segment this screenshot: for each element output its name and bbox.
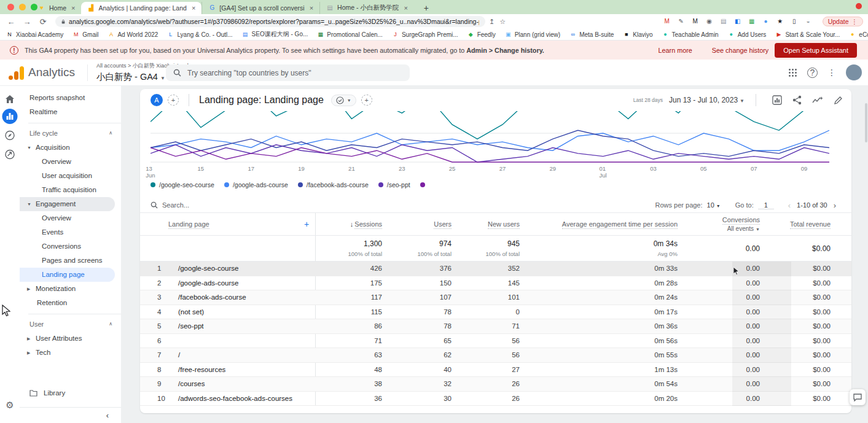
bookmark-seo-go[interactable]: ▤SEO课程大纲 - Go...	[242, 30, 308, 39]
pen-extension-icon[interactable]: ✎	[677, 18, 686, 25]
bookmark-gmail[interactable]: MGmail	[72, 31, 98, 38]
bookmark-klaviyo[interactable]: ■Klaviyo	[623, 31, 652, 38]
tab-close-icon[interactable]: ×	[190, 4, 197, 12]
collapse-section-icon[interactable]: ∧	[109, 126, 112, 141]
home-icon[interactable]	[5, 95, 15, 104]
legend-item-facebook-ads-course[interactable]: /facebook-ads-course	[298, 181, 369, 188]
previous-page-button[interactable]: ‹	[786, 201, 792, 210]
table-row-1[interactable]: 1/google-seo-course4263763520m 33s0.00$0…	[140, 262, 851, 276]
chrome-update-button[interactable]: Update ⋮	[823, 17, 863, 26]
sidebar-item-monetization[interactable]: ▶Monetization	[20, 282, 121, 296]
doc-extension-icon[interactable]: ▤	[719, 18, 728, 25]
table-row-4[interactable]: 4(not set)1157800m 17s0.00$0.00	[140, 305, 851, 320]
edit-report-icon[interactable]	[834, 96, 843, 105]
table-row-5[interactable]: 5/seo-ppt8678710m 36s0.00$0.00	[140, 319, 851, 334]
bookmark-start-scale-your[interactable]: ▶Start & Scale Your...	[775, 31, 840, 38]
add-comparison-button[interactable]: +	[168, 95, 179, 106]
blue-extension-icon[interactable]: ◧	[733, 18, 742, 25]
browser-tab-ga4-set-up-a-scroll-conversi[interactable]: G[GA4] Set up a scroll conversi×	[201, 2, 319, 14]
goto-page-input[interactable]: 1	[758, 201, 774, 209]
forward-button[interactable]: →	[21, 17, 33, 26]
chevron-right-icon[interactable]: ▶	[27, 282, 32, 296]
admin-gear-icon[interactable]: ⚙	[6, 400, 14, 411]
sessions-line-chart[interactable]: 10 0	[151, 111, 829, 163]
sidebar-item-user[interactable]: User∧	[20, 317, 121, 332]
conversions-event-filter[interactable]: All events▼	[678, 225, 760, 232]
new-tab-button[interactable]: +	[420, 4, 432, 12]
insights-icon[interactable]	[812, 96, 823, 104]
bookmark-promotional-calen[interactable]: ▦Promotional Calen...	[317, 31, 383, 38]
reports-icon[interactable]	[2, 109, 18, 124]
column-header-landing-page[interactable]: Landing page	[168, 220, 315, 228]
sidebar-item-engagement[interactable]: ▼Engagement	[20, 197, 115, 211]
share-page-icon[interactable]: ↥	[489, 18, 495, 26]
sidebar-item-user-acquisition[interactable]: User acquisition	[20, 169, 121, 183]
camera-extension-icon[interactable]: ◉	[705, 18, 714, 25]
table-search-input[interactable]: Search...	[151, 201, 189, 209]
close-window-button[interactable]	[7, 4, 14, 10]
sidebar-item-pages-and-screens[interactable]: Pages and screens	[20, 254, 121, 268]
sidebar-item-overview[interactable]: Overview	[20, 155, 121, 169]
green-extension-icon[interactable]: ▦	[748, 18, 756, 25]
pinned-extension-icon[interactable]: ★	[776, 18, 784, 25]
sidebar-item-events[interactable]: Events	[20, 225, 121, 239]
tab-close-icon[interactable]: ×	[308, 4, 315, 12]
sidebar-item-user-attributes[interactable]: ▶User Attributes	[20, 332, 121, 346]
bookmark-feedly[interactable]: ◆Feedly	[467, 31, 496, 38]
table-row-10[interactable]: 10/adwords-seo-facebook-ads-courses36302…	[140, 392, 851, 406]
sidebar-item-tech[interactable]: ▶Tech	[20, 346, 121, 360]
column-header-new-users[interactable]: New users	[452, 220, 520, 228]
date-range-picker[interactable]: Jun 13 - Jul 10, 2023▼	[669, 96, 745, 104]
explore-icon[interactable]	[5, 130, 15, 141]
sidebar-item-library[interactable]: Library	[20, 384, 121, 402]
table-row-3[interactable]: 3/facebook-ads-course1171071010m 24s0.00…	[140, 290, 851, 305]
chevron-down-icon[interactable]: ▼	[27, 141, 32, 155]
bookmark-xiaobai-academy[interactable]: NXiaobai Academy	[6, 31, 63, 38]
chevron-down-icon[interactable]: ▼	[27, 197, 32, 211]
column-header-users[interactable]: Users	[382, 220, 452, 228]
sidebar-item-reports-snapshot[interactable]: Reports snapshot	[20, 91, 121, 105]
rows-per-page-select[interactable]: 10 ▼	[707, 201, 721, 209]
chevron-right-icon[interactable]: ▶	[27, 332, 32, 346]
bookmark-meta-b-suite[interactable]: ∞Meta B-suite	[569, 31, 614, 38]
browser-tab-analytics-landing-page-land[interactable]: ▟Analytics | Landing page: Land×	[81, 2, 201, 14]
comet-extension-icon[interactable]: ●	[762, 18, 770, 25]
sidebar-item-retention[interactable]: Retention	[20, 296, 121, 310]
sidebar-item-overview[interactable]: Overview	[20, 211, 121, 225]
more-options-icon[interactable]: ⋮	[827, 68, 836, 77]
minimize-window-button[interactable]	[19, 4, 26, 10]
sidebar-item-realtime[interactable]: Realtime	[20, 105, 121, 119]
bookmark-teachable-admin[interactable]: ●Teachable Admin	[662, 31, 719, 38]
bookmark-star-icon[interactable]: ☆	[499, 18, 506, 26]
browser-tab-home[interactable]: ▤Home - 小白新势学院×	[319, 2, 414, 14]
table-row-6[interactable]: 67165560m 56s0.00$0.00	[140, 334, 851, 349]
collapse-section-icon[interactable]: ∧	[109, 317, 112, 332]
table-row-8[interactable]: 8/free-resources4840271m 13s0.00$0.00	[140, 363, 851, 378]
column-header-sessions[interactable]: ↓Sessions	[315, 220, 382, 228]
column-header-avg-engagement[interactable]: Average engagement time per session	[520, 220, 678, 228]
add-column-button[interactable]: +	[304, 219, 309, 229]
feedback-button[interactable]	[850, 389, 866, 405]
sidebar-item-acquisition[interactable]: ▼Acquisition	[20, 141, 121, 155]
tab-close-icon[interactable]: ×	[402, 4, 409, 12]
bookmark-lyang-co-outl[interactable]: LLyang & Co. - Outl...	[167, 31, 232, 38]
meet-extension-icon[interactable]: ◒	[804, 18, 813, 25]
search-input[interactable]: Try searching "top countries by users"	[166, 64, 410, 81]
column-header-total-revenue[interactable]: Total revenue	[760, 220, 831, 228]
column-header-conversions[interactable]: Conversions All events▼	[678, 216, 760, 232]
legend-item-google-ads-course[interactable]: /google-ads-course	[224, 181, 288, 188]
side-panel-icon[interactable]: ▯	[790, 18, 799, 25]
reload-button[interactable]: ⟳	[37, 17, 49, 26]
help-icon[interactable]: ?	[807, 68, 818, 78]
legend-item-google-seo-course[interactable]: /google-seo-course	[151, 181, 214, 188]
tab-close-icon[interactable]: ×	[70, 4, 76, 12]
browser-tab-home[interactable]: ♥Home×	[32, 2, 81, 14]
table-row-9[interactable]: 9/courses3832260m 54s0.00$0.00	[140, 377, 851, 392]
sidebar-item-life-cycle[interactable]: Life cycle∧	[20, 126, 121, 141]
chevron-right-icon[interactable]: ▶	[27, 346, 32, 360]
open-setup-assistant-button[interactable]: Open Setup Assistant	[775, 43, 857, 58]
gmail-extension-icon[interactable]: M	[663, 18, 671, 25]
m-extension-icon[interactable]: M	[691, 18, 700, 25]
back-button[interactable]: ←	[5, 17, 17, 26]
avatar[interactable]	[846, 64, 862, 80]
